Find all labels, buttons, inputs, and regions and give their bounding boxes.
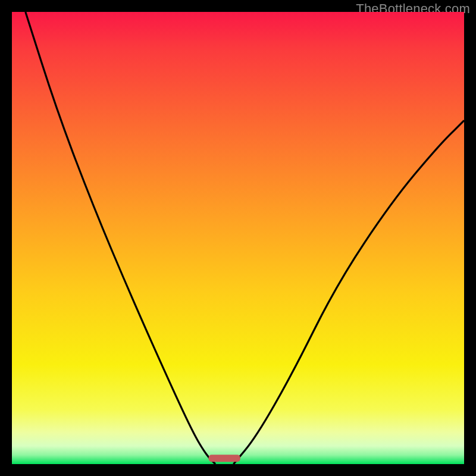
- minimum-band: [209, 455, 240, 462]
- plot-area: [12, 12, 464, 464]
- right-curve: [233, 120, 464, 464]
- curve-layer: [12, 12, 464, 464]
- chart-frame: TheBottleneck.com: [0, 0, 476, 476]
- left-curve: [26, 12, 215, 464]
